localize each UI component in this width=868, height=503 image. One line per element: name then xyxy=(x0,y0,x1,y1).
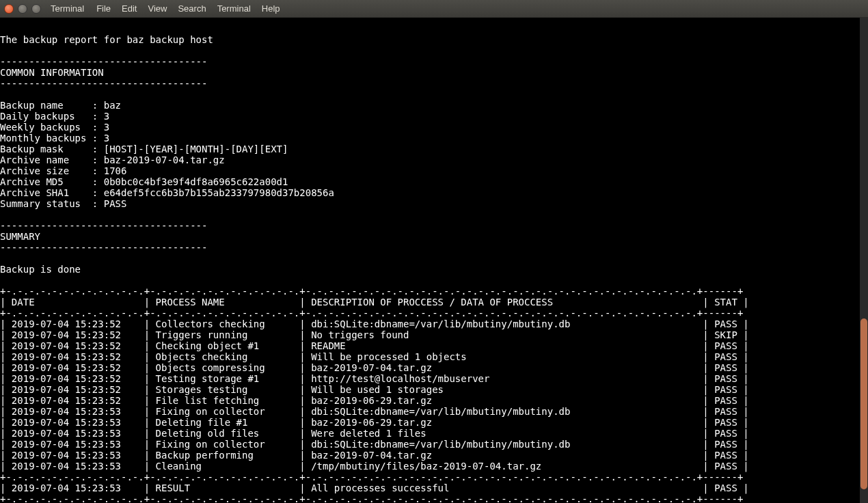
scrollbar-track[interactable] xyxy=(860,18,868,503)
scrollbar-thumb[interactable] xyxy=(860,318,867,489)
menu-edit[interactable]: Edit xyxy=(122,3,137,14)
menu-view[interactable]: View xyxy=(148,3,167,14)
menu-search[interactable]: Search xyxy=(178,3,206,14)
window-controls xyxy=(4,4,41,14)
terminal-output[interactable]: The backup report for baz backup host --… xyxy=(0,18,868,503)
minimize-icon[interactable] xyxy=(18,4,27,14)
menu-terminal[interactable]: Terminal xyxy=(217,3,251,14)
maximize-icon[interactable] xyxy=(31,4,41,14)
close-icon[interactable] xyxy=(4,4,14,14)
menu-file[interactable]: File xyxy=(96,3,111,14)
menu-help[interactable]: Help xyxy=(262,3,280,14)
menubar: File Edit View Search Terminal Help xyxy=(96,3,280,14)
window-titlebar: Terminal File Edit View Search Terminal … xyxy=(0,0,868,18)
app-title: Terminal xyxy=(51,3,84,14)
